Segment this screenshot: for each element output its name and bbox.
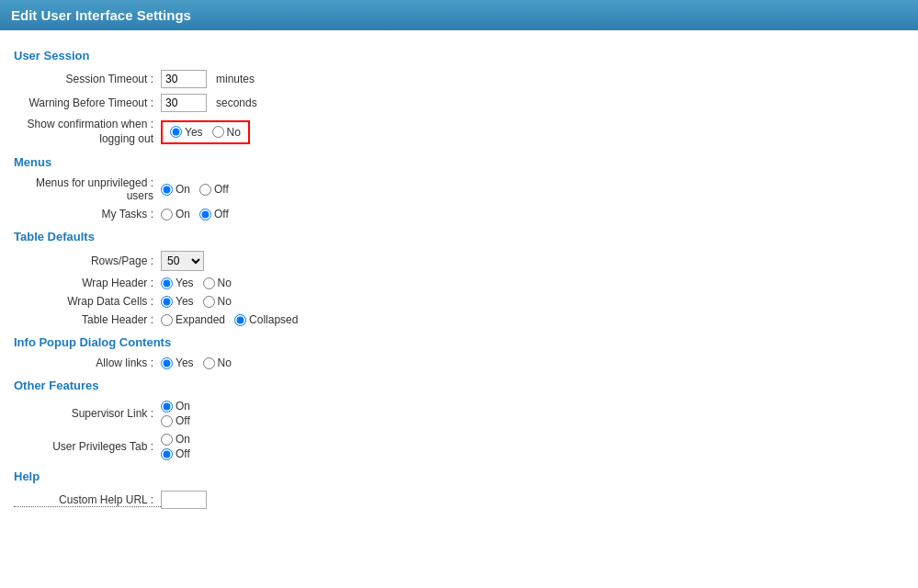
- supervisor-link-label: Supervisor Link :: [14, 407, 161, 420]
- show-confirmation-radio-group: Yes No: [170, 126, 241, 139]
- custom-help-url-input[interactable]: [161, 491, 207, 509]
- show-confirmation-label: Show confirmation when :logging out: [28, 118, 153, 145]
- table-header-radio: Expanded Collapsed: [161, 313, 298, 326]
- menus-unprivileged-row: Menus for unprivileged : users On Off: [14, 176, 904, 202]
- wrap-data-cells-row: Wrap Data Cells : Yes No: [14, 295, 904, 308]
- show-confirmation-row: Show confirmation when :logging out Yes …: [14, 118, 904, 146]
- allow-links-no[interactable]: No: [203, 356, 232, 369]
- title-text: Edit User Interface Settings: [11, 7, 191, 23]
- rows-per-page-row: Rows/Page : 10 25 50 100: [14, 251, 904, 271]
- wrap-data-cells-yes[interactable]: Yes: [161, 295, 194, 308]
- supervisor-link-row: Supervisor Link : On Off: [14, 400, 904, 427]
- rows-per-page-label: Rows/Page :: [14, 254, 161, 267]
- wrap-header-radio: Yes No: [161, 277, 232, 289]
- warning-timeout-input[interactable]: [161, 94, 207, 112]
- help-section: Help Custom Help URL :: [14, 469, 904, 509]
- my-tasks-row: My Tasks : On Off: [14, 208, 904, 220]
- session-timeout-unit: minutes: [216, 73, 255, 85]
- warning-timeout-label: Warning Before Timeout :: [14, 96, 161, 109]
- table-header-collapsed[interactable]: Collapsed: [234, 313, 298, 326]
- menus-section: Menus Menus for unprivileged : users On …: [14, 155, 904, 220]
- menus-title: Menus: [14, 155, 904, 169]
- page-title: Edit User Interface Settings: [0, 0, 918, 30]
- session-timeout-controls: minutes: [161, 70, 255, 88]
- session-timeout-input[interactable]: [161, 70, 207, 88]
- other-features-title: Other Features: [14, 379, 904, 392]
- my-tasks-radio: On Off: [161, 208, 229, 220]
- my-tasks-off[interactable]: Off: [199, 208, 229, 220]
- menus-unprivileged-radio: On Off: [161, 183, 229, 196]
- supervisor-link-off[interactable]: Off: [161, 414, 190, 427]
- show-confirmation-no[interactable]: No: [212, 126, 241, 139]
- my-tasks-on[interactable]: On: [161, 208, 190, 220]
- supervisor-link-on[interactable]: On: [161, 400, 190, 413]
- warning-timeout-unit: seconds: [216, 96, 257, 109]
- wrap-data-cells-no[interactable]: No: [203, 295, 232, 308]
- table-header-expanded[interactable]: Expanded: [161, 313, 225, 326]
- menus-unprivileged-on[interactable]: On: [161, 183, 190, 196]
- table-header-label: Table Header :: [14, 313, 161, 326]
- wrap-header-row: Wrap Header : Yes No: [14, 277, 904, 289]
- user-privileges-tab-on[interactable]: On: [161, 433, 190, 446]
- show-confirmation-yes[interactable]: Yes: [170, 126, 203, 139]
- allow-links-radio: Yes No: [161, 356, 232, 369]
- show-confirmation-highlight: Yes No: [161, 120, 250, 144]
- table-header-row: Table Header : Expanded Collapsed: [14, 313, 904, 326]
- my-tasks-label: My Tasks :: [14, 208, 161, 220]
- user-privileges-tab-label: User Privileges Tab :: [14, 440, 161, 453]
- allow-links-yes[interactable]: Yes: [161, 356, 194, 369]
- wrap-header-yes[interactable]: Yes: [161, 277, 194, 289]
- user-privileges-tab-row: User Privileges Tab : On Off: [14, 433, 904, 460]
- rows-per-page-select[interactable]: 10 25 50 100: [161, 251, 204, 271]
- wrap-data-cells-radio: Yes No: [161, 295, 232, 308]
- session-timeout-label: Session Timeout :: [14, 73, 161, 85]
- user-session-title: User Session: [14, 49, 904, 62]
- allow-links-row: Allow links : Yes No: [14, 356, 904, 369]
- user-privileges-tab-radio-group: On Off: [161, 433, 190, 460]
- wrap-data-cells-label: Wrap Data Cells :: [14, 295, 161, 308]
- warning-timeout-row: Warning Before Timeout : seconds: [14, 94, 904, 112]
- supervisor-link-radio-group: On Off: [161, 400, 190, 427]
- table-defaults-section: Table Defaults Rows/Page : 10 25 50 100 …: [14, 230, 904, 326]
- user-session-section: User Session Session Timeout : minutes W…: [14, 49, 904, 146]
- warning-timeout-controls: seconds: [161, 94, 257, 112]
- menus-unprivileged-label: Menus for unprivileged : users: [14, 176, 161, 202]
- user-privileges-tab-off[interactable]: Off: [161, 447, 190, 460]
- menus-unprivileged-off[interactable]: Off: [199, 183, 229, 196]
- other-features-section: Other Features Supervisor Link : On Off …: [14, 379, 904, 460]
- session-timeout-row: Session Timeout : minutes: [14, 70, 904, 88]
- custom-help-url-label: Custom Help URL :: [14, 493, 161, 507]
- table-defaults-title: Table Defaults: [14, 230, 904, 243]
- info-popup-section: Info Popup Dialog Contents Allow links :…: [14, 335, 904, 369]
- help-title: Help: [14, 469, 904, 483]
- info-popup-title: Info Popup Dialog Contents: [14, 335, 904, 349]
- wrap-header-no[interactable]: No: [203, 277, 232, 289]
- wrap-header-label: Wrap Header :: [14, 277, 161, 289]
- allow-links-label: Allow links :: [14, 356, 161, 369]
- custom-help-url-row: Custom Help URL :: [14, 491, 904, 509]
